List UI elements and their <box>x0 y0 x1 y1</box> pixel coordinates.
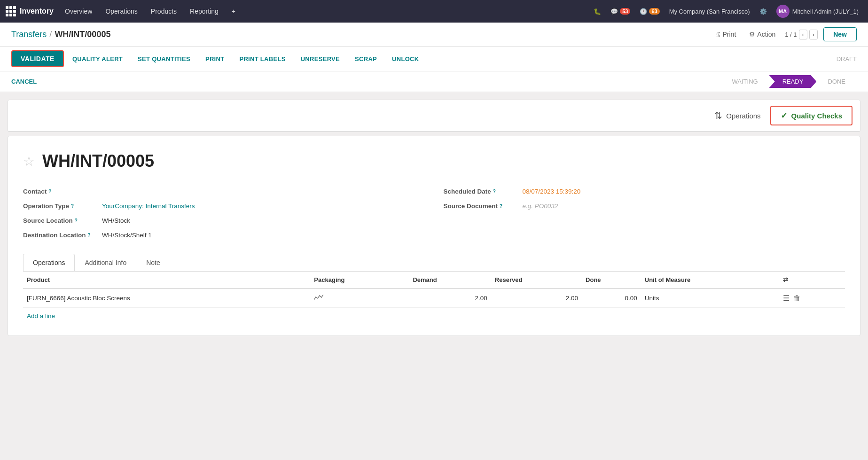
detail-icon-btn[interactable]: ☰ <box>783 294 790 303</box>
brand[interactable]: Inventory <box>6 6 54 16</box>
chat-icon-btn[interactable]: 💬 53 <box>607 6 634 17</box>
printer-icon: 🖨 <box>714 31 721 38</box>
scheduled-date-value[interactable]: 08/07/2023 15:39:20 <box>523 188 581 195</box>
avatar: MA <box>776 5 790 18</box>
cell-reserved: 2.00 <box>491 288 582 308</box>
breadcrumb-parent[interactable]: Transfers <box>11 30 47 39</box>
nav-item-overview[interactable]: Overview <box>59 5 98 18</box>
contact-label: Contact ? <box>23 188 98 195</box>
col-uom: Unit of Measure <box>641 272 779 288</box>
draft-status: DRAFT <box>837 55 857 62</box>
status-steps: WAITING READY DONE <box>721 75 857 88</box>
column-settings-icon[interactable]: ⇄ <box>783 276 788 283</box>
col-reserved: Reserved <box>491 272 582 288</box>
favorite-star-icon[interactable]: ☆ <box>23 154 35 169</box>
validate-button[interactable]: VALIDATE <box>11 50 64 67</box>
cell-demand: 2.00 <box>409 288 491 308</box>
bug-icon: 🐛 <box>594 8 601 15</box>
pager-next[interactable]: › <box>809 30 818 39</box>
top-navigation: Inventory Overview Operations Products R… <box>0 0 868 23</box>
status-waiting: WAITING <box>721 75 769 88</box>
quality-checks-tab-btn[interactable]: ✓ Quality Checks <box>770 106 852 125</box>
source-document-label: Source Document ? <box>444 203 519 210</box>
col-product: Product <box>23 272 310 288</box>
clock-icon-btn[interactable]: 🕐 63 <box>636 6 663 17</box>
breadcrumb: Transfers / WH/INT/00005 <box>11 30 110 39</box>
operations-table: Product Packaging Demand Reserved Done U… <box>23 272 845 308</box>
row-action-icons: ☰ 🗑 <box>783 294 841 303</box>
brand-label: Inventory <box>20 7 54 16</box>
breadcrumb-separator: / <box>49 30 52 39</box>
cell-uom: Units <box>641 288 779 308</box>
record-id: WH/INT/00005 <box>42 151 154 171</box>
source-location-row: Source Location ? WH/Stock <box>23 213 425 228</box>
unlock-button[interactable]: UNLOCK <box>385 52 425 66</box>
print-labels-button[interactable]: PRINT LABELS <box>233 52 292 66</box>
checkmark-icon: ✓ <box>781 110 788 121</box>
chart-icon[interactable] <box>314 294 323 301</box>
tab-additional-info[interactable]: Additional Info <box>75 254 136 271</box>
operation-type-value[interactable]: YourCompany: Internal Transfers <box>102 203 195 210</box>
detail-tabs: Operations Additional Info Note <box>23 254 845 272</box>
col-demand: Demand <box>409 272 491 288</box>
chat-badge: 53 <box>620 8 630 15</box>
main-content: ⇅ Operations ✓ Quality Checks ☆ WH/INT/0… <box>0 92 868 343</box>
pager-prev[interactable]: ‹ <box>799 30 807 39</box>
col-done: Done <box>582 272 641 288</box>
form-grid: Contact ? Operation Type ? YourCompany: … <box>23 184 845 242</box>
status-done: DONE <box>816 75 857 88</box>
source-location-label: Source Location ? <box>23 217 98 224</box>
scheduled-date-label: Scheduled Date ? <box>444 188 519 195</box>
delete-icon-btn[interactable]: 🗑 <box>793 294 801 303</box>
quality-alert-button[interactable]: QUALITY ALERT <box>66 52 129 66</box>
bug-icon-btn[interactable]: 🐛 <box>590 6 605 17</box>
settings-icon-btn[interactable]: ⚙️ <box>756 6 771 17</box>
tabs-header: ⇅ Operations ✓ Quality Checks <box>8 100 860 132</box>
source-location-value[interactable]: WH/Stock <box>102 217 130 224</box>
table-header-row: Product Packaging Demand Reserved Done U… <box>23 272 845 288</box>
nav-item-operations[interactable]: Operations <box>100 5 143 18</box>
action-button[interactable]: ⚙ Action <box>745 29 779 40</box>
source-document-placeholder[interactable]: e.g. PO0032 <box>523 203 558 210</box>
cell-row-actions: ☰ 🗑 <box>779 288 845 308</box>
set-quantities-button[interactable]: SET QUANTITIES <box>131 52 197 66</box>
cell-product[interactable]: [FURN_6666] Acoustic Bloc Screens <box>23 288 310 308</box>
operation-type-label: Operation Type ? <box>23 203 98 210</box>
clock-badge: 63 <box>649 8 659 15</box>
cell-packaging <box>310 288 409 308</box>
col-actions: ⇄ <box>779 272 845 288</box>
cell-done[interactable]: 0.00 <box>582 288 641 308</box>
breadcrumb-current: WH/INT/00005 <box>55 30 110 39</box>
apps-icon[interactable] <box>6 6 16 16</box>
contact-row: Contact ? <box>23 184 425 199</box>
company-selector[interactable]: My Company (San Francisco) <box>665 6 754 17</box>
scheduled-date-row: Scheduled Date ? 08/07/2023 15:39:20 <box>444 184 845 199</box>
cancel-button[interactable]: CANCEL <box>11 78 37 85</box>
destination-location-value[interactable]: WH/Stock/Shelf 1 <box>102 232 152 239</box>
operations-tab-btn[interactable]: ⇅ Operations <box>705 106 770 125</box>
col-packaging: Packaging <box>310 272 409 288</box>
clock-icon: 🕐 <box>640 8 647 15</box>
pager-text: 1 / 1 <box>785 31 797 38</box>
add-line-button[interactable]: Add a line <box>23 308 59 324</box>
print-toolbar-button[interactable]: PRINT <box>199 52 231 66</box>
destination-location-label: Destination Location ? <box>23 232 98 239</box>
nav-item-products[interactable]: Products <box>145 5 182 18</box>
status-bar: CANCEL WAITING READY DONE <box>0 71 868 92</box>
toolbar: VALIDATE QUALITY ALERT SET QUANTITIES PR… <box>0 47 868 71</box>
pager: 1 / 1 ‹ › <box>785 30 818 39</box>
destination-location-row: Destination Location ? WH/Stock/Shelf 1 <box>23 228 425 242</box>
tab-note[interactable]: Note <box>136 254 170 271</box>
tab-operations[interactable]: Operations <box>23 254 75 271</box>
print-button[interactable]: 🖨 Print <box>711 29 740 40</box>
unreserve-button[interactable]: UNRESERVE <box>294 52 346 66</box>
nav-item-reporting[interactable]: Reporting <box>184 5 224 18</box>
new-button[interactable]: New <box>823 27 857 41</box>
action-bar: Transfers / WH/INT/00005 🖨 Print ⚙ Actio… <box>0 23 868 47</box>
scrap-button[interactable]: SCRAP <box>348 52 383 66</box>
user-menu[interactable]: MA Mitchell Admin (JULY_1) <box>773 3 862 20</box>
chat-icon: 💬 <box>610 8 618 15</box>
nav-add-button[interactable]: + <box>226 5 241 18</box>
source-document-row: Source Document ? e.g. PO0032 <box>444 199 845 213</box>
settings-icon: ⚙️ <box>759 8 767 15</box>
